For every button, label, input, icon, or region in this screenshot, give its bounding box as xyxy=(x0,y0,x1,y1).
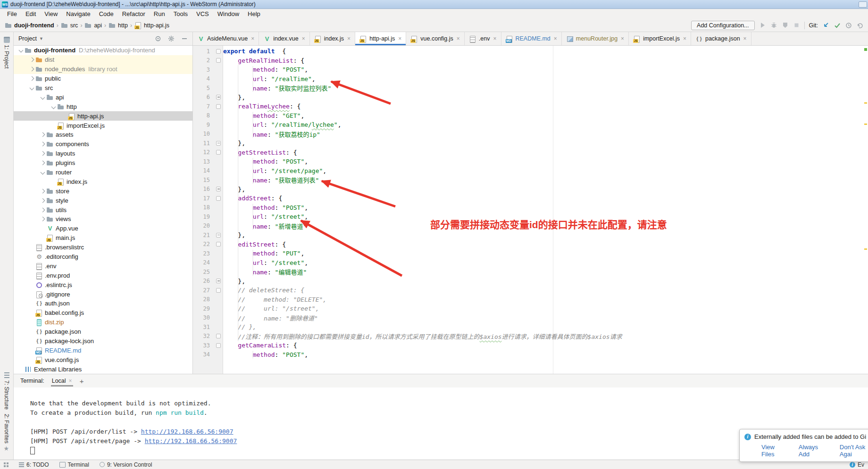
fold-marker[interactable] xyxy=(214,288,223,293)
locate-file-icon[interactable] xyxy=(154,35,161,42)
fold-marker[interactable] xyxy=(214,196,223,201)
menu-refactor[interactable]: Refactor xyxy=(118,10,150,18)
terminal-link[interactable]: http://192.168.66.56:9007 xyxy=(141,428,234,435)
tab-index.js[interactable]: JSindex.js× xyxy=(310,32,355,45)
gear-icon[interactable] xyxy=(167,35,175,42)
tab-http-api.js[interactable]: JShttp-api.js× xyxy=(355,32,406,45)
chevron-closed-icon[interactable] xyxy=(39,133,46,136)
breadcrumb-item-http-api.js[interactable]: JShttp-api.js xyxy=(134,22,169,29)
fold-marker[interactable] xyxy=(214,58,223,63)
tree-item-public[interactable]: public xyxy=(14,74,192,83)
tree-item-README.md[interactable]: MDREADME.md xyxy=(14,346,192,355)
tree-item-duoji-frontend[interactable]: duoji-frontendD:\zheheWeb\duoji-frontend xyxy=(14,46,192,55)
tab-menuRouter.jpg[interactable]: menuRouter.jpg× xyxy=(562,32,629,45)
tab-importExcel.js[interactable]: JSimportExcel.js× xyxy=(629,32,691,45)
close-icon[interactable]: × xyxy=(69,378,72,384)
tab-vue.config.js[interactable]: JSvue.config.js× xyxy=(406,32,465,45)
tree-item-.browserslistrc[interactable]: .browserslistrc xyxy=(14,243,192,252)
notification-action-always-add[interactable]: Always Add xyxy=(799,444,830,458)
notification-action-don-t-ask-agai[interactable]: Don't Ask Agai xyxy=(840,444,868,458)
tree-item-package.json[interactable]: { }package.json xyxy=(14,327,192,337)
tree-item-package-lock.json[interactable]: { }package-lock.json xyxy=(14,337,192,346)
hide-panel-icon[interactable] xyxy=(181,35,188,42)
menu-edit[interactable]: Edit xyxy=(21,10,40,18)
tool-button-favorites[interactable]: 2: Favorites★ xyxy=(0,414,13,452)
fold-marker[interactable] xyxy=(214,343,223,348)
tree-item-utils[interactable]: utils xyxy=(14,205,192,214)
terminal-link[interactable]: http://192.168.66.56:9007 xyxy=(145,437,237,444)
tab-AsideMenu.vue[interactable]: VAsideMenu.vue× xyxy=(193,32,259,45)
tree-item-http[interactable]: http xyxy=(14,102,192,111)
minimize-button[interactable] xyxy=(859,1,867,8)
tree-item-api[interactable]: api xyxy=(14,92,192,102)
add-configuration-button[interactable]: Add Configuration... xyxy=(691,21,755,30)
chevron-open-icon[interactable] xyxy=(50,105,57,108)
tree-item-dist[interactable]: dist xyxy=(14,55,192,65)
fold-marker[interactable] xyxy=(214,95,223,99)
menu-vcs[interactable]: VCS xyxy=(192,10,213,18)
run-icon[interactable] xyxy=(759,22,766,29)
breadcrumb-item-api[interactable]: api xyxy=(84,22,102,29)
tree-item-router[interactable]: router xyxy=(14,168,192,177)
menu-view[interactable]: View xyxy=(40,10,62,18)
revert-icon[interactable] xyxy=(856,22,863,29)
chevron-closed-icon[interactable] xyxy=(39,142,46,146)
error-stripe[interactable] xyxy=(863,46,868,374)
history-icon[interactable] xyxy=(845,22,852,29)
chevron-closed-icon[interactable] xyxy=(39,161,46,165)
close-icon[interactable]: × xyxy=(347,35,351,42)
fold-marker[interactable] xyxy=(214,141,223,146)
git-update-icon[interactable] xyxy=(822,22,829,29)
notification-action-view-files[interactable]: View Files xyxy=(761,444,789,458)
chevron-open-icon[interactable] xyxy=(39,96,46,99)
tree-item-components[interactable]: components xyxy=(14,140,192,149)
menu-code[interactable]: Code xyxy=(95,10,118,18)
fold-marker[interactable] xyxy=(214,104,223,109)
tree-item-.eslintrc.js[interactable]: .eslintrc.js xyxy=(14,280,192,289)
close-icon[interactable]: × xyxy=(683,35,686,42)
tree-item-.editorconfig[interactable]: ⚙.editorconfig xyxy=(14,252,192,262)
menu-run[interactable]: Run xyxy=(150,10,169,18)
tab-.env[interactable]: .env× xyxy=(465,32,501,45)
chevron-closed-icon[interactable] xyxy=(28,67,35,71)
breadcrumb-item-src[interactable]: src xyxy=(61,22,78,29)
fold-marker[interactable] xyxy=(214,279,223,283)
close-icon[interactable]: × xyxy=(621,35,624,42)
stop-icon[interactable] xyxy=(793,22,800,29)
statusbar-item-todo[interactable]: 6: TODO xyxy=(19,461,49,468)
chevron-closed-icon[interactable] xyxy=(39,189,46,193)
chevron-closed-icon[interactable] xyxy=(28,58,35,61)
tree-item-vue.config.js[interactable]: JSvue.config.js xyxy=(14,355,192,364)
tree-item-store[interactable]: store xyxy=(14,186,192,196)
fold-marker[interactable] xyxy=(214,187,223,191)
menu-file[interactable]: File xyxy=(3,10,21,18)
chevron-closed-icon[interactable] xyxy=(39,152,46,155)
tab-index.vue[interactable]: Vindex.vue× xyxy=(259,32,310,45)
chevron-open-icon[interactable] xyxy=(28,86,35,90)
tool-button-project[interactable]: 1: Project xyxy=(0,37,13,69)
tree-item-index.js[interactable]: JSindex.js xyxy=(14,177,192,186)
chevron-closed-icon[interactable] xyxy=(39,208,46,212)
tree-item-http-api.js[interactable]: JShttp-api.js xyxy=(14,111,192,121)
debug-icon[interactable] xyxy=(770,22,777,29)
close-icon[interactable]: × xyxy=(493,35,496,42)
tree-item-views[interactable]: views xyxy=(14,214,192,224)
tree-item-layouts[interactable]: layouts xyxy=(14,149,192,158)
tree-item-.env[interactable]: .env xyxy=(14,261,192,271)
tree-item-plugins[interactable]: plugins xyxy=(14,158,192,168)
statusbar-item-version-control[interactable]: 9: Version Control xyxy=(100,461,152,468)
fold-marker[interactable] xyxy=(214,49,223,54)
tab-package.json[interactable]: { }package.json× xyxy=(691,32,751,45)
new-terminal-session-icon[interactable]: + xyxy=(80,377,84,385)
chevron-closed-icon[interactable] xyxy=(39,217,46,221)
tree-item-node_modules[interactable]: node_moduleslibrary root xyxy=(14,65,192,74)
close-icon[interactable]: × xyxy=(554,35,557,42)
tree-item-.env.prod[interactable]: .env.prod xyxy=(14,271,192,280)
tree-item-External Libraries[interactable]: External Libraries xyxy=(14,364,192,374)
menu-window[interactable]: Window xyxy=(213,10,243,18)
close-icon[interactable]: × xyxy=(457,35,460,42)
chevron-down-icon[interactable]: ▼ xyxy=(39,36,43,41)
menu-help[interactable]: Help xyxy=(243,10,265,18)
tree-item-main.js[interactable]: JSmain.js xyxy=(14,233,192,243)
run-with-coverage-icon[interactable] xyxy=(782,22,789,29)
